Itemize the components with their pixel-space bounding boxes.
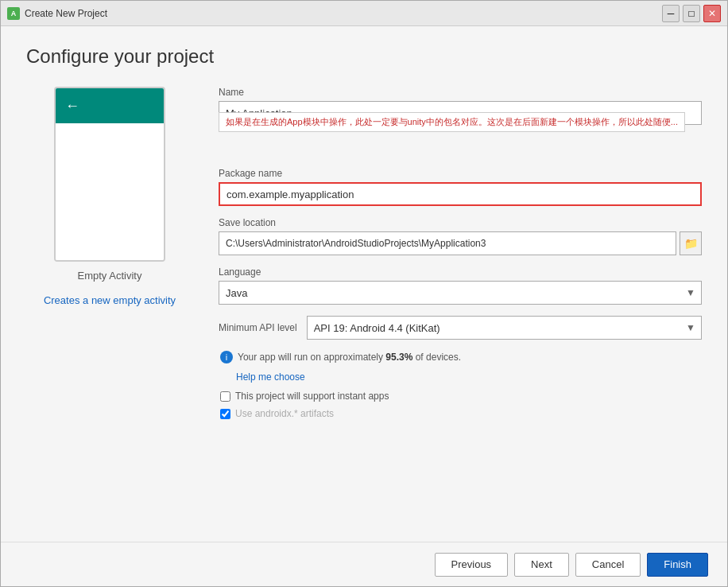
window-title: Create New Project: [25, 8, 662, 19]
right-panel: Name 如果是在生成的App模块中操作，此处一定要与unity中的包名对应。这…: [219, 87, 702, 529]
app-icon: A: [7, 7, 20, 20]
info-text-before: Your app will run on approximately: [238, 352, 385, 363]
language-label: Language: [219, 266, 702, 278]
activity-label: Empty Activity: [78, 270, 142, 282]
package-field-group: Package name: [219, 168, 702, 206]
finish-button[interactable]: Finish: [647, 553, 708, 577]
save-location-input[interactable]: [219, 231, 676, 255]
androidx-checkbox[interactable]: [220, 409, 230, 419]
content-area: Configure your project ← Empty Activity …: [1, 26, 727, 542]
package-input[interactable]: [219, 182, 702, 206]
maximize-button[interactable]: □: [683, 5, 700, 22]
page-title: Configure your project: [26, 45, 702, 68]
help-link[interactable]: Help me choose: [219, 371, 702, 383]
androidx-row: Use androidx.* artifacts: [219, 408, 702, 419]
instant-apps-row: This project will support instant apps: [219, 391, 702, 402]
browse-folder-button[interactable]: 📁: [680, 231, 702, 255]
api-level-row: Minimum API level API 19: Android 4.4 (K…: [219, 316, 702, 340]
phone-preview: ←: [54, 87, 165, 262]
left-panel: ← Empty Activity Creates a new empty act…: [26, 87, 193, 529]
package-label: Package name: [219, 168, 702, 179]
save-location-wrapper: 📁: [219, 231, 702, 255]
save-location-group: Save location 📁: [219, 217, 702, 255]
info-text-after: of devices.: [412, 352, 461, 363]
api-select[interactable]: API 19: Android 4.4 (KitKat) API 21: And…: [307, 316, 702, 340]
androidx-label: Use androidx.* artifacts: [235, 408, 334, 419]
title-bar: A Create New Project ─ □ ✕: [1, 1, 727, 26]
language-group: Language Java Kotlin ▼: [219, 266, 702, 305]
language-select[interactable]: Java Kotlin: [219, 281, 702, 305]
save-location-label: Save location: [219, 217, 702, 228]
main-body: ← Empty Activity Creates a new empty act…: [26, 87, 702, 529]
name-input[interactable]: [219, 101, 702, 125]
api-select-wrapper: API 19: Android 4.4 (KitKat) API 21: And…: [307, 316, 702, 340]
language-select-wrapper: Java Kotlin ▼: [219, 281, 702, 305]
info-text: Your app will run on approximately 95.3%…: [238, 352, 461, 363]
instant-apps-label: This project will support instant apps: [235, 391, 389, 402]
previous-button[interactable]: Previous: [435, 553, 509, 577]
footer: Previous Next Cancel Finish: [1, 542, 727, 586]
close-button[interactable]: ✕: [703, 5, 721, 22]
minimize-button[interactable]: ─: [662, 5, 680, 22]
api-label: Minimum API level: [219, 322, 297, 333]
main-window: A Create New Project ─ □ ✕ Configure you…: [0, 0, 728, 587]
next-button[interactable]: Next: [514, 553, 569, 577]
cancel-button[interactable]: Cancel: [575, 553, 641, 577]
name-field-group: Name 如果是在生成的App模块中操作，此处一定要与unity中的包名对应。这…: [219, 87, 702, 125]
creates-label: Creates a new empty activity: [44, 294, 176, 306]
phone-header: ←: [56, 88, 164, 123]
info-icon: i: [220, 351, 233, 363]
phone-body: [56, 123, 164, 260]
name-label: Name: [219, 87, 702, 98]
info-row: i Your app will run on approximately 95.…: [219, 351, 702, 363]
back-arrow-icon: ←: [65, 98, 79, 115]
window-controls: ─ □ ✕: [662, 5, 721, 22]
instant-apps-checkbox[interactable]: [220, 391, 230, 402]
info-percent: 95.3%: [385, 352, 412, 363]
